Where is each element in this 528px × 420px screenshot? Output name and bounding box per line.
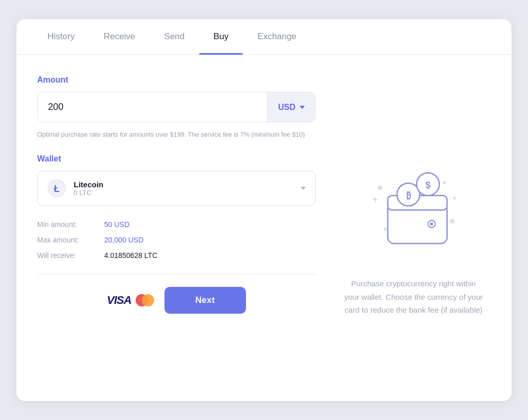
tab-receive[interactable]: Receive	[89, 19, 150, 54]
svg-point-11	[430, 222, 433, 225]
amount-label: Amount	[37, 75, 316, 85]
will-receive-row: Will receive: 4.01850628 LTC	[37, 251, 316, 260]
svg-text:Ł: Ł	[54, 184, 60, 194]
payment-logos: VISA	[107, 291, 154, 310]
svg-text:$: $	[425, 180, 431, 190]
wallet-illustration: + + ₿	[357, 149, 470, 263]
chevron-down-icon	[300, 106, 305, 109]
min-amount-row: Min amount: 50 USD	[37, 220, 316, 229]
main-content: Amount USD Optimal purchase rate starts …	[16, 55, 512, 401]
bottom-actions: VISA Next	[37, 287, 316, 314]
svg-text:+: +	[372, 194, 378, 205]
max-amount-value: 20,000 USD	[104, 236, 143, 244]
svg-text:₿: ₿	[406, 190, 411, 201]
tab-send[interactable]: Send	[150, 19, 199, 54]
svg-point-7	[384, 228, 387, 231]
wallet-info: Litecoin 0 LTC	[74, 180, 301, 197]
info-rows: Min amount: 50 USD Max amount: 20,000 US…	[37, 220, 316, 260]
amount-field-wrapper: USD	[37, 92, 316, 122]
wallet-name: Litecoin	[74, 180, 301, 189]
currency-label: USD	[278, 103, 295, 112]
min-amount-value: 50 USD	[104, 220, 129, 229]
currency-selector[interactable]: USD	[267, 92, 315, 122]
right-panel: + + ₿	[336, 75, 491, 380]
svg-text:+: +	[452, 193, 457, 202]
wallet-selector[interactable]: Ł Litecoin 0 LTC	[37, 171, 316, 206]
tab-buy[interactable]: Buy	[199, 19, 243, 54]
tab-exchange[interactable]: Exchange	[243, 19, 311, 54]
tab-bar: History Receive Send Buy Exchange	[16, 19, 512, 55]
divider	[37, 274, 316, 274]
wallet-chevron-icon	[301, 187, 306, 190]
visa-logo: VISA	[107, 294, 131, 307]
max-amount-label: Max amount:	[37, 236, 104, 244]
litecoin-icon: Ł	[47, 179, 67, 198]
svg-point-6	[443, 181, 446, 184]
right-description: Purchase cryptocurrency right within you…	[344, 277, 483, 317]
mastercard-logo	[136, 291, 154, 310]
will-receive-value: 4.01850628 LTC	[104, 251, 157, 260]
tab-history[interactable]: History	[33, 19, 89, 54]
max-amount-row: Max amount: 20,000 USD	[37, 236, 316, 244]
svg-point-5	[450, 219, 454, 223]
amount-hint: Optimal purchase rate starts for amounts…	[37, 130, 316, 140]
svg-point-4	[378, 186, 382, 190]
will-receive-label: Will receive:	[37, 251, 104, 260]
wallet-label: Wallet	[37, 154, 316, 164]
left-panel: Amount USD Optimal purchase rate starts …	[37, 75, 316, 380]
min-amount-label: Min amount:	[37, 220, 104, 229]
amount-input[interactable]	[38, 92, 267, 122]
next-button[interactable]: Next	[164, 287, 246, 314]
wallet-balance: 0 LTC	[74, 189, 301, 197]
main-card: History Receive Send Buy Exchange Amount…	[16, 19, 512, 401]
mc-right-circle	[142, 294, 154, 306]
